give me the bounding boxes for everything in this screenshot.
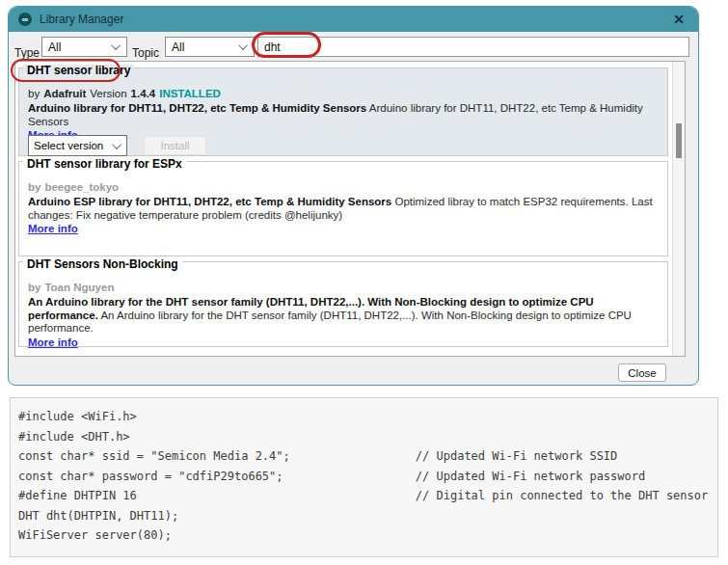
library-title: DHT sensor library for ESPx [23, 158, 186, 171]
page: ∞ Library Manager ✕ Type All Topic All D… [0, 0, 728, 565]
scrollbar-thumb[interactable] [676, 123, 682, 158]
topic-label: Topic [132, 46, 159, 60]
chevron-down-icon [112, 140, 121, 149]
window-title: Library Manager [40, 13, 123, 26]
arduino-logo-icon: ∞ [18, 13, 32, 26]
library-entry-dht-sensors-non-blocking[interactable]: DHT Sensors Non-Blocking byToan Nguyen A… [18, 261, 668, 347]
library-entry-dht-sensor-library-espx[interactable]: DHT sensor library for ESPx bybeegee_tok… [18, 161, 668, 256]
install-button[interactable]: Install [144, 136, 206, 155]
library-entry-dht-sensor-library[interactable]: DHT sensor library byAdafruitVersion1.4.… [18, 67, 668, 156]
library-description: Arduino ESP library for DHT11, DHT22, et… [28, 196, 660, 222]
library-byline: byToan Nguyen [28, 282, 660, 293]
library-description: An Arduino library for the DHT sensor fa… [28, 296, 660, 336]
window-close-icon[interactable]: ✕ [669, 12, 688, 27]
code-text: #include <WiFi.h> #include <DHT.h> const… [11, 398, 717, 546]
library-title: DHT Sensors Non-Blocking [23, 258, 182, 271]
scrollbar-track[interactable] [672, 62, 685, 356]
library-description: Arduino library for DHT11, DHT22, etc Te… [28, 102, 660, 128]
type-label: Type [14, 46, 40, 60]
version-select[interactable]: Select version [28, 135, 127, 156]
library-byline: bybeegee_tokyo [28, 181, 660, 193]
titlebar[interactable]: ∞ Library Manager ✕ [9, 7, 698, 32]
library-title: DHT sensor library [23, 65, 134, 77]
library-list: DHT sensor library byAdafruitVersion1.4.… [14, 61, 686, 357]
chevron-down-icon [238, 40, 248, 50]
chevron-down-icon [111, 40, 121, 50]
library-manager-window: ∞ Library Manager ✕ Type All Topic All D… [8, 6, 699, 386]
code-snippet: #include <WiFi.h> #include <DHT.h> const… [10, 397, 718, 557]
more-info-link[interactable]: More info [28, 223, 78, 235]
more-info-link[interactable]: More info [28, 336, 78, 349]
topic-select[interactable]: All [165, 37, 255, 57]
version-install-row: Select version Install [28, 135, 660, 156]
library-byline: byAdafruitVersion1.4.4INSTALLED [28, 88, 660, 99]
topic-select-value: All [172, 40, 184, 54]
installed-badge: INSTALLED [159, 88, 221, 99]
search-input[interactable] [257, 37, 689, 57]
type-select-value: All [48, 40, 61, 54]
close-button[interactable]: Close [618, 363, 666, 382]
type-select[interactable]: All [41, 37, 127, 57]
